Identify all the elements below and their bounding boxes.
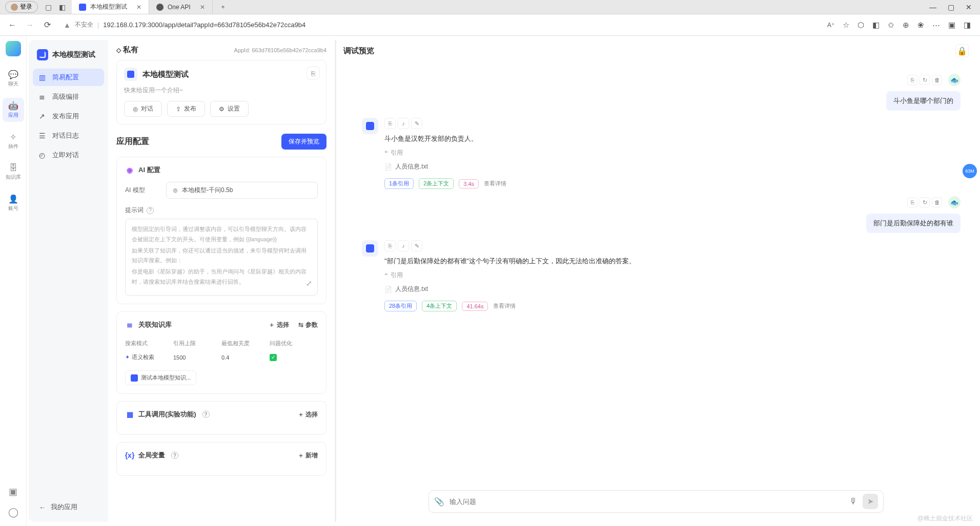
text-size-icon[interactable]: A⁺ xyxy=(827,22,834,29)
check-icon xyxy=(270,354,277,361)
help-icon[interactable]: ? xyxy=(202,411,210,418)
sidebar-header: 本地模型测试 xyxy=(33,46,104,68)
publish-button[interactable]: ⇪发布 xyxy=(167,101,205,117)
copy-icon[interactable]: ⎘ xyxy=(384,118,396,129)
notebook-icon[interactable]: ▣ xyxy=(948,20,955,30)
rail-item-chat[interactable]: 💬聊天 xyxy=(3,67,24,91)
cite-file[interactable]: 人员信息.txt xyxy=(384,162,506,171)
minimize-icon[interactable]: — xyxy=(929,3,936,11)
split-icon[interactable]: ◨ xyxy=(964,20,971,30)
collections-icon[interactable]: ⊕ xyxy=(903,20,909,30)
reader-icon[interactable]: ◧ xyxy=(872,20,880,30)
send-button[interactable]: ➤ xyxy=(863,494,878,509)
model-label: AI 模型 xyxy=(125,186,156,195)
settings-button[interactable]: ⚙设置 xyxy=(210,101,249,117)
app-logo-icon xyxy=(6,41,21,56)
save-preview-button[interactable]: 保存并预览 xyxy=(281,134,326,150)
kb-val-mode: ✦语义检索 xyxy=(125,350,173,364)
delete-icon[interactable]: 🗑 xyxy=(932,75,942,85)
config-icon: ▥ xyxy=(39,73,47,81)
retry-icon[interactable]: ↻ xyxy=(920,197,930,207)
config-section-title: 应用配置 xyxy=(116,136,149,147)
sidebar-item-logs[interactable]: ☰对话日志 xyxy=(33,127,104,144)
close-icon[interactable]: ✕ xyxy=(136,4,141,11)
help-icon[interactable]: ? xyxy=(147,207,154,214)
lock-icon[interactable]: 🔒 xyxy=(955,44,969,57)
url-box[interactable]: ▲ 不安全 | 192.168.0.179:3000/app/detail?ap… xyxy=(58,17,822,33)
reload-icon[interactable]: ⟳ xyxy=(41,20,53,30)
workspace-icon[interactable]: ▢ xyxy=(45,3,52,11)
edit-icon[interactable]: ✎ xyxy=(411,118,422,129)
book-icon[interactable]: ▣ xyxy=(9,486,17,497)
floating-badge[interactable]: 63M xyxy=(963,164,977,178)
rail-item-kb[interactable]: 🗄知识库 xyxy=(3,160,24,184)
back-icon[interactable]: ← xyxy=(6,20,18,30)
model-icon: ⊚ xyxy=(173,187,178,194)
message-user: ⎘ ↻ 🗑 🐟 部门是后勤保障处的都有谁 xyxy=(362,196,961,233)
new-tab-button[interactable]: ＋ xyxy=(213,0,233,14)
sidebar-item-chat-now[interactable]: ◴立即对话 xyxy=(33,146,104,164)
more-icon[interactable]: ⋯ xyxy=(932,20,940,30)
star-icon[interactable]: ☆ xyxy=(843,20,849,30)
kb-params-button[interactable]: ⇆ 参数 xyxy=(298,321,318,329)
retry-icon[interactable]: ↻ xyxy=(920,75,930,85)
profile-icon[interactable]: ❀ xyxy=(917,20,924,30)
browser-tab-0[interactable]: 本地模型测试 ✕ xyxy=(72,0,149,14)
detail-link[interactable]: 查看详情 xyxy=(493,302,516,310)
bot-avatar-icon xyxy=(362,240,378,257)
kb-config-card: ≣ 关联知识库 ＋ 选择 ⇆ 参数 搜索模式 引用上限 最低相关度 问题优化 ✦… xyxy=(116,311,326,394)
github-icon[interactable]: ◯ xyxy=(8,507,18,518)
copy-icon[interactable]: ⎘ xyxy=(384,240,396,251)
chat-button[interactable]: ◎对话 xyxy=(124,101,162,117)
kb-select-button[interactable]: ＋ 选择 xyxy=(269,321,289,329)
rail-item-plugin[interactable]: ✧插件 xyxy=(3,129,24,153)
detail-link[interactable]: 查看详情 xyxy=(484,180,506,187)
login-badge[interactable]: 登录 xyxy=(5,1,38,13)
chat-input[interactable] xyxy=(450,498,844,506)
sidebar-item-publish[interactable]: ↗发布应用 xyxy=(33,108,104,125)
prompt-textarea[interactable]: 模型固定的引导词，通过调整该内容，可以引导模型聊天方向。该内容会被固定在上下文的… xyxy=(125,219,318,296)
help-icon[interactable]: ? xyxy=(171,452,178,459)
copy-icon[interactable]: ⎘ xyxy=(907,75,917,85)
extension-icon[interactable]: ⬡ xyxy=(858,20,864,30)
browser-tab-1[interactable]: One API ✕ xyxy=(149,0,213,14)
app-rail: 💬聊天 🤖应用 ✧插件 🗄知识库 👤账号 ▣ ◯ xyxy=(0,36,27,526)
var-add-button[interactable]: ＋ 新增 xyxy=(298,451,318,460)
sidebar-item-advanced[interactable]: ≣高级编排 xyxy=(33,88,104,106)
prompt-label: 提示词 xyxy=(125,206,144,215)
tool-select-button[interactable]: ＋ 选择 xyxy=(298,410,318,419)
audio-icon[interactable]: ♪ xyxy=(398,118,409,129)
close-icon[interactable]: ✕ xyxy=(200,4,205,11)
edit-icon[interactable]: ✎ xyxy=(411,240,422,251)
delete-icon[interactable]: 🗑 xyxy=(932,197,942,207)
copy-button[interactable]: ⎘ xyxy=(307,67,320,80)
rail-item-account[interactable]: 👤账号 xyxy=(3,191,24,215)
badge-cites: 1条引用 xyxy=(384,178,414,189)
favorites-icon[interactable]: ✩ xyxy=(888,20,894,30)
kb-chip[interactable]: 测试本地模型知识... xyxy=(125,370,196,385)
layers-icon: ≣ xyxy=(39,93,47,101)
expand-icon[interactable]: ⤢ xyxy=(306,277,312,290)
kb-col-mode: 搜索模式 xyxy=(125,336,173,350)
bot-avatar-icon xyxy=(362,118,378,134)
favicon-icon xyxy=(79,4,86,11)
sidebar-item-simple-config[interactable]: ▥简易配置 xyxy=(33,69,104,86)
close-window-icon[interactable]: ✕ xyxy=(966,3,972,11)
maximize-icon[interactable]: ▢ xyxy=(948,3,954,11)
attach-icon[interactable]: 📎 xyxy=(434,497,444,507)
chat-area: ⎘ ↻ 🗑 🐟 斗小鱼是哪个部门的 ⎘ ♪ ✎ xyxy=(336,61,976,485)
sidebar-icon[interactable]: ◧ xyxy=(59,3,66,11)
preview-panel: 调试预览 🔒 ⎘ ↻ 🗑 🐟 斗小鱼是哪个部门的 xyxy=(336,40,976,522)
rail-item-app[interactable]: 🤖应用 xyxy=(3,98,24,122)
cite-file[interactable]: 人员信息.txt xyxy=(384,285,636,293)
audio-icon[interactable]: ♪ xyxy=(398,240,409,251)
badge-context: 4条上下文 xyxy=(422,301,457,311)
url-text: 192.168.0.179:3000/app/detail?appId=663d… xyxy=(103,21,305,29)
arrow-left-icon: ← xyxy=(39,503,46,511)
mic-icon[interactable]: 🎙 xyxy=(849,497,858,506)
model-select[interactable]: ⊚ 本地模型-千问0.5b xyxy=(166,182,318,199)
forward-icon[interactable]: → xyxy=(24,20,36,30)
back-link[interactable]: ← 我的应用 xyxy=(33,498,104,516)
tab-title: One API xyxy=(168,4,191,11)
copy-icon[interactable]: ⎘ xyxy=(907,197,917,207)
